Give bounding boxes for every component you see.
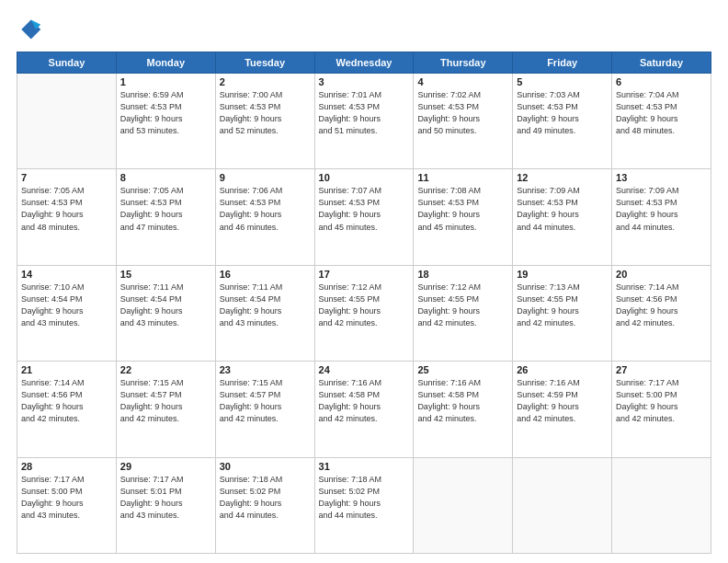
- calendar-cell: 25Sunrise: 7:16 AMSunset: 4:58 PMDayligh…: [414, 362, 513, 457]
- weekday-header-tuesday: Tuesday: [215, 52, 314, 74]
- calendar-cell: 5Sunrise: 7:03 AMSunset: 4:53 PMDaylight…: [513, 74, 612, 169]
- calendar-cell: 31Sunrise: 7:18 AMSunset: 5:02 PMDayligh…: [314, 457, 414, 553]
- day-number: 21: [21, 364, 112, 375]
- day-number: 13: [616, 172, 707, 183]
- calendar-cell: 6Sunrise: 7:04 AMSunset: 4:53 PMDaylight…: [612, 74, 711, 169]
- day-info: Sunrise: 7:03 AMSunset: 4:53 PMDaylight:…: [517, 89, 608, 137]
- day-info: Sunrise: 7:09 AMSunset: 4:53 PMDaylight:…: [517, 185, 608, 233]
- day-number: 23: [220, 364, 311, 375]
- calendar-cell: 9Sunrise: 7:06 AMSunset: 4:53 PMDaylight…: [215, 169, 314, 265]
- calendar-cell: 18Sunrise: 7:12 AMSunset: 4:55 PMDayligh…: [414, 265, 513, 361]
- day-info: Sunrise: 7:15 AMSunset: 4:57 PMDaylight:…: [120, 377, 211, 425]
- calendar-cell: 22Sunrise: 7:15 AMSunset: 4:57 PMDayligh…: [116, 362, 215, 457]
- day-info: Sunrise: 7:10 AMSunset: 4:54 PMDaylight:…: [21, 282, 112, 329]
- day-info: Sunrise: 7:18 AMSunset: 5:02 PMDaylight:…: [220, 474, 311, 522]
- header: [17, 17, 711, 42]
- day-info: Sunrise: 7:12 AMSunset: 4:55 PMDaylight:…: [417, 282, 508, 329]
- day-number: 1: [120, 76, 211, 87]
- calendar-cell: 29Sunrise: 7:17 AMSunset: 5:01 PMDayligh…: [116, 457, 215, 553]
- calendar-week-row: 28Sunrise: 7:17 AMSunset: 5:00 PMDayligh…: [17, 457, 711, 553]
- day-info: Sunrise: 7:00 AMSunset: 4:53 PMDaylight:…: [220, 89, 311, 137]
- day-info: Sunrise: 7:14 AMSunset: 4:56 PMDaylight:…: [21, 377, 112, 425]
- day-number: 11: [417, 172, 508, 183]
- day-number: 10: [319, 172, 410, 183]
- day-info: Sunrise: 7:11 AMSunset: 4:54 PMDaylight:…: [120, 282, 211, 329]
- weekday-header-saturday: Saturday: [612, 52, 711, 74]
- calendar-table: SundayMondayTuesdayWednesdayThursdayFrid…: [17, 52, 711, 554]
- day-info: Sunrise: 7:09 AMSunset: 4:53 PMDaylight:…: [616, 185, 707, 233]
- day-info: Sunrise: 7:16 AMSunset: 4:58 PMDaylight:…: [417, 377, 508, 425]
- calendar-cell: 16Sunrise: 7:11 AMSunset: 4:54 PMDayligh…: [215, 265, 314, 361]
- calendar-cell: 23Sunrise: 7:15 AMSunset: 4:57 PMDayligh…: [215, 362, 314, 457]
- day-number: 31: [319, 461, 410, 472]
- day-info: Sunrise: 7:06 AMSunset: 4:53 PMDaylight:…: [220, 185, 311, 233]
- day-info: Sunrise: 7:16 AMSunset: 4:58 PMDaylight:…: [319, 377, 410, 425]
- calendar-cell: 14Sunrise: 7:10 AMSunset: 4:54 PMDayligh…: [17, 265, 117, 361]
- weekday-header-thursday: Thursday: [414, 52, 513, 74]
- calendar-cell: 11Sunrise: 7:08 AMSunset: 4:53 PMDayligh…: [414, 169, 513, 265]
- calendar-cell: 1Sunrise: 6:59 AMSunset: 4:53 PMDaylight…: [116, 74, 215, 169]
- weekday-header-wednesday: Wednesday: [314, 52, 414, 74]
- calendar-cell: 21Sunrise: 7:14 AMSunset: 4:56 PMDayligh…: [17, 362, 117, 457]
- day-number: 5: [517, 76, 608, 87]
- day-info: Sunrise: 7:11 AMSunset: 4:54 PMDaylight:…: [220, 282, 311, 329]
- day-info: Sunrise: 7:13 AMSunset: 4:55 PMDaylight:…: [517, 282, 608, 329]
- day-number: 19: [517, 269, 608, 280]
- calendar-week-row: 1Sunrise: 6:59 AMSunset: 4:53 PMDaylight…: [17, 74, 711, 169]
- day-info: Sunrise: 7:17 AMSunset: 5:00 PMDaylight:…: [616, 377, 707, 425]
- day-number: 2: [220, 76, 311, 87]
- calendar-cell: 20Sunrise: 7:14 AMSunset: 4:56 PMDayligh…: [612, 265, 711, 361]
- calendar-cell: 12Sunrise: 7:09 AMSunset: 4:53 PMDayligh…: [513, 169, 612, 265]
- day-number: 26: [517, 364, 608, 375]
- calendar-cell: 8Sunrise: 7:05 AMSunset: 4:53 PMDaylight…: [116, 169, 215, 265]
- logo-icon: [17, 17, 42, 42]
- day-number: 7: [21, 172, 112, 183]
- calendar-week-row: 14Sunrise: 7:10 AMSunset: 4:54 PMDayligh…: [17, 265, 711, 361]
- calendar-cell: [414, 457, 513, 553]
- day-number: 15: [120, 269, 211, 280]
- day-number: 17: [319, 269, 410, 280]
- day-number: 14: [21, 269, 112, 280]
- calendar-cell: 26Sunrise: 7:16 AMSunset: 4:59 PMDayligh…: [513, 362, 612, 457]
- day-info: Sunrise: 7:17 AMSunset: 5:01 PMDaylight:…: [120, 474, 211, 522]
- day-info: Sunrise: 7:05 AMSunset: 4:53 PMDaylight:…: [21, 185, 112, 233]
- weekday-header-monday: Monday: [116, 52, 215, 74]
- day-number: 6: [616, 76, 707, 87]
- day-number: 22: [120, 364, 211, 375]
- day-info: Sunrise: 7:08 AMSunset: 4:53 PMDaylight:…: [417, 185, 508, 233]
- calendar-cell: 4Sunrise: 7:02 AMSunset: 4:53 PMDaylight…: [414, 74, 513, 169]
- day-info: Sunrise: 7:16 AMSunset: 4:59 PMDaylight:…: [517, 377, 608, 425]
- calendar-cell: 27Sunrise: 7:17 AMSunset: 5:00 PMDayligh…: [612, 362, 711, 457]
- day-info: Sunrise: 7:01 AMSunset: 4:53 PMDaylight:…: [319, 89, 410, 137]
- day-number: 20: [616, 269, 707, 280]
- calendar-cell: 19Sunrise: 7:13 AMSunset: 4:55 PMDayligh…: [513, 265, 612, 361]
- calendar-cell: 24Sunrise: 7:16 AMSunset: 4:58 PMDayligh…: [314, 362, 414, 457]
- page: SundayMondayTuesdayWednesdayThursdayFrid…: [0, 0, 728, 563]
- calendar-cell: [612, 457, 711, 553]
- weekday-header-sunday: Sunday: [17, 52, 117, 74]
- day-number: 18: [417, 269, 508, 280]
- day-number: 12: [517, 172, 608, 183]
- day-info: Sunrise: 7:02 AMSunset: 4:53 PMDaylight:…: [417, 89, 508, 137]
- day-info: Sunrise: 7:15 AMSunset: 4:57 PMDaylight:…: [220, 377, 311, 425]
- day-number: 9: [220, 172, 311, 183]
- calendar-week-row: 7Sunrise: 7:05 AMSunset: 4:53 PMDaylight…: [17, 169, 711, 265]
- logo: [17, 17, 46, 42]
- calendar-week-row: 21Sunrise: 7:14 AMSunset: 4:56 PMDayligh…: [17, 362, 711, 457]
- day-info: Sunrise: 7:17 AMSunset: 5:00 PMDaylight:…: [21, 474, 112, 522]
- calendar-cell: 17Sunrise: 7:12 AMSunset: 4:55 PMDayligh…: [314, 265, 414, 361]
- day-info: Sunrise: 6:59 AMSunset: 4:53 PMDaylight:…: [120, 89, 211, 137]
- day-info: Sunrise: 7:14 AMSunset: 4:56 PMDaylight:…: [616, 282, 707, 329]
- day-number: 28: [21, 461, 112, 472]
- day-info: Sunrise: 7:07 AMSunset: 4:53 PMDaylight:…: [319, 185, 410, 233]
- calendar-cell: 3Sunrise: 7:01 AMSunset: 4:53 PMDaylight…: [314, 74, 414, 169]
- calendar-cell: [513, 457, 612, 553]
- day-info: Sunrise: 7:04 AMSunset: 4:53 PMDaylight:…: [616, 89, 707, 137]
- day-info: Sunrise: 7:12 AMSunset: 4:55 PMDaylight:…: [319, 282, 410, 329]
- day-number: 8: [120, 172, 211, 183]
- day-number: 27: [616, 364, 707, 375]
- day-number: 24: [319, 364, 410, 375]
- weekday-header-friday: Friday: [513, 52, 612, 74]
- calendar-cell: 13Sunrise: 7:09 AMSunset: 4:53 PMDayligh…: [612, 169, 711, 265]
- calendar-cell: 7Sunrise: 7:05 AMSunset: 4:53 PMDaylight…: [17, 169, 117, 265]
